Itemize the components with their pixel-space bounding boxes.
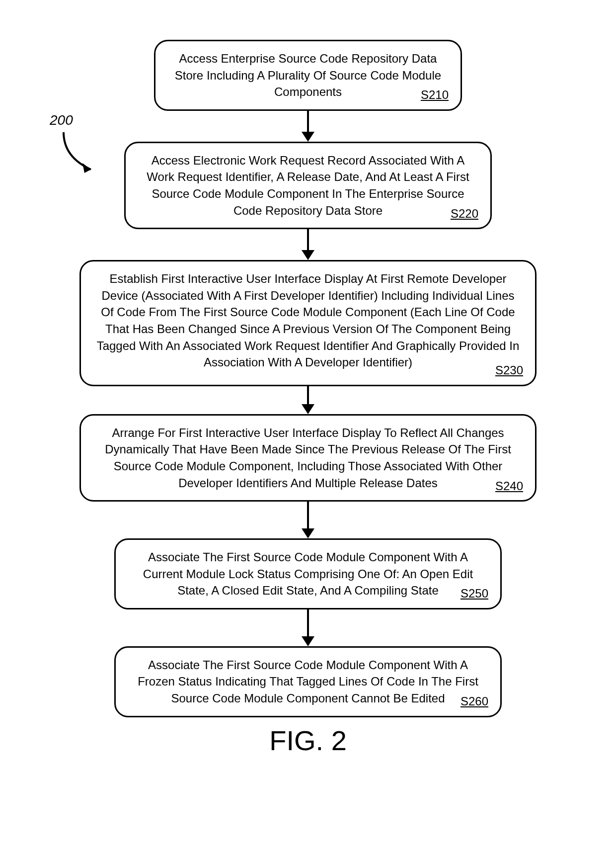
- step-s260: Associate The First Source Code Module C…: [114, 646, 502, 717]
- step-text: Access Electronic Work Request Record As…: [147, 154, 469, 217]
- step-text: Establish First Interactive User Interfa…: [97, 272, 520, 369]
- step-s210: Access Enterprise Source Code Repository…: [154, 40, 462, 111]
- flowchart: Access Enterprise Source Code Repository…: [79, 40, 537, 717]
- step-label: S220: [451, 205, 478, 222]
- arrow-icon: [302, 386, 314, 414]
- step-label: S210: [421, 86, 449, 103]
- step-text: Associate The First Source Code Module C…: [143, 550, 473, 597]
- arrow-icon: [302, 111, 314, 142]
- step-text: Access Enterprise Source Code Repository…: [175, 52, 441, 98]
- step-text: Associate The First Source Code Module C…: [138, 658, 478, 705]
- arrow-icon: [302, 229, 314, 260]
- step-s240: Arrange For First Interactive User Inter…: [79, 414, 537, 502]
- arrow-icon: [302, 609, 314, 646]
- step-s250: Associate The First Source Code Module C…: [114, 538, 502, 609]
- reference-number: 200: [50, 112, 73, 128]
- figure-caption: FIG. 2: [269, 724, 347, 757]
- reference-number-text: 200: [50, 112, 73, 128]
- step-label: S230: [495, 362, 523, 379]
- arrow-icon: [302, 502, 314, 538]
- step-text: Arrange For First Interactive User Inter…: [105, 426, 511, 490]
- step-label: S250: [461, 585, 488, 602]
- step-label: S260: [461, 693, 488, 710]
- step-s220: Access Electronic Work Request Record As…: [124, 142, 492, 229]
- step-s230: Establish First Interactive User Interfa…: [79, 260, 537, 386]
- figure-caption-text: FIG. 2: [269, 725, 347, 756]
- step-label: S240: [495, 478, 523, 495]
